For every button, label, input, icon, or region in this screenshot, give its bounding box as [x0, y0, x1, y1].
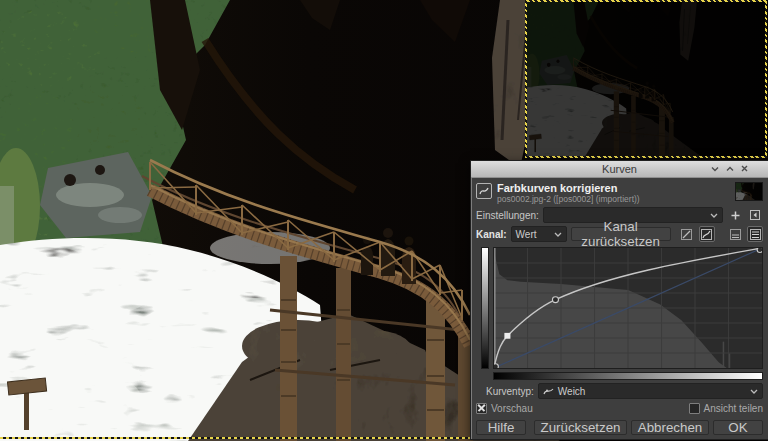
chevron-down-icon — [710, 213, 718, 218]
channel-reset-button[interactable]: Kanal zurücksetzen — [571, 227, 671, 241]
histogram-linear-scale-icon[interactable] — [727, 226, 743, 242]
reset-button[interactable]: Zurücksetzen — [534, 420, 627, 435]
channel-value: Wert — [516, 229, 537, 240]
linear-light-icon[interactable] — [679, 226, 695, 242]
action-buttons-row: Hilfe Zurücksetzen Abbrechen OK — [476, 419, 763, 435]
curves-dialog: Kurven Farbkurven korrigieren — [470, 160, 768, 440]
curve-type-label: Kurventyp: — [486, 386, 534, 397]
curve-graph-area — [476, 247, 763, 380]
help-button[interactable]: Hilfe — [476, 420, 526, 435]
channel-select[interactable]: Wert — [511, 226, 567, 242]
curve-point-2 — [552, 297, 558, 303]
output-gradient-bar — [481, 247, 489, 369]
image-thumbnail — [735, 182, 763, 201]
curves-tool-icon — [476, 183, 492, 199]
channel-row: Kanal: Wert Kanal zurücksetzen — [476, 226, 763, 242]
ok-button[interactable]: OK — [713, 420, 763, 435]
smooth-curve-icon — [543, 387, 554, 396]
preset-menu-icon[interactable] — [747, 207, 763, 223]
chevron-down-icon — [554, 232, 562, 237]
histogram-log-scale-icon[interactable] — [747, 226, 763, 242]
gimp-screen: Kurven Farbkurven korrigieren — [0, 0, 768, 441]
shadow-spike — [494, 248, 496, 368]
curve-point-1-selected — [504, 333, 510, 339]
add-preset-icon[interactable] — [727, 207, 743, 223]
curve-point-3 — [757, 248, 762, 252]
curve-type-value: Weich — [558, 386, 586, 397]
preview-checkbox[interactable] — [476, 403, 487, 414]
close-icon[interactable] — [741, 165, 748, 172]
dialog-body: Farbkurven korrigieren pos0002.jpg-2 ([p… — [471, 178, 768, 439]
image-filename: pos0002.jpg-2 ([pos0002] (importiert)) — [497, 194, 730, 204]
curve-plot[interactable] — [494, 248, 762, 368]
cancel-button[interactable]: Abbrechen — [631, 420, 709, 435]
dark-image-canvas[interactable] — [527, 2, 765, 156]
curve-point-0 — [494, 364, 498, 368]
split-view-checkbox[interactable] — [689, 403, 700, 414]
dialog-titlebar[interactable]: Kurven — [471, 161, 768, 178]
presets-label: Einstellungen: — [476, 210, 539, 221]
split-view-label: Ansicht teilen — [704, 403, 763, 414]
dark-image-view[interactable] — [525, 0, 767, 158]
channel-label: Kanal: — [476, 229, 507, 240]
curve-type-row: Kurventyp: Weich — [476, 383, 763, 399]
curve-type-select[interactable]: Weich — [538, 383, 763, 399]
options-row: Vorschau Ansicht teilen — [476, 402, 763, 414]
dialog-heading: Farbkurven korrigieren — [497, 182, 730, 194]
input-gradient-bar — [493, 372, 763, 380]
chevron-down-icon — [750, 389, 758, 394]
perceptual-icon[interactable] — [699, 226, 715, 242]
shade-icon[interactable] — [711, 165, 719, 172]
preview-label: Vorschau — [491, 403, 533, 414]
unshade-icon[interactable] — [726, 165, 734, 172]
